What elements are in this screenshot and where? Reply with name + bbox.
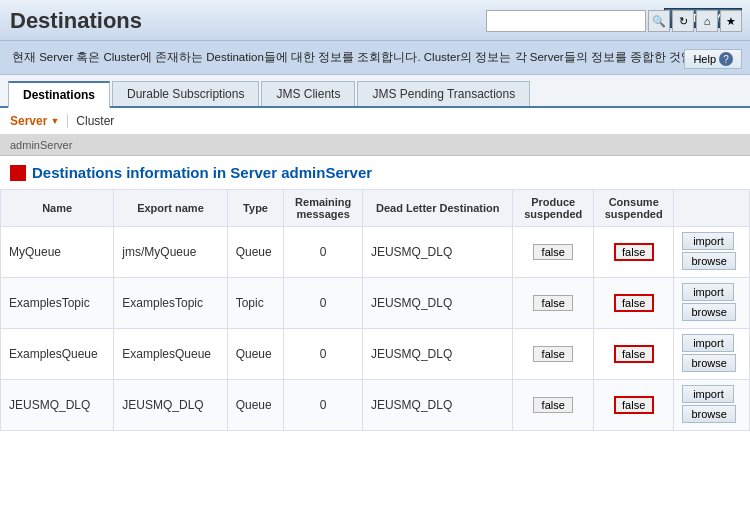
col-remaining: Remainingmessages (284, 190, 362, 227)
tab-durable-subscriptions[interactable]: Durable Subscriptions (112, 81, 259, 106)
col-name: Name (1, 190, 114, 227)
cell-actions: import browse (674, 380, 750, 431)
table-row: ExamplesQueue ExamplesQueue Queue 0 JEUS… (1, 329, 750, 380)
search-input[interactable] (486, 10, 646, 32)
bookmark-button[interactable]: ★ (720, 10, 742, 32)
cell-export-name: ExamplesTopic (114, 278, 227, 329)
cell-actions: import browse (674, 227, 750, 278)
col-produce-suspended: Producesuspended (513, 190, 593, 227)
col-actions (674, 190, 750, 227)
cell-consume-suspended: false (593, 227, 673, 278)
cell-actions: import browse (674, 278, 750, 329)
cell-type: Topic (227, 278, 284, 329)
produce-suspended-btn[interactable]: false (533, 295, 573, 311)
cell-dead-letter: JEUSMQ_DLQ (362, 329, 513, 380)
help-icon: ? (719, 52, 733, 66)
cell-dead-letter: JEUSMQ_DLQ (362, 278, 513, 329)
produce-suspended-btn[interactable]: false (533, 397, 573, 413)
search-button[interactable]: 🔍 (648, 10, 670, 32)
tab-jms-pending-transactions[interactable]: JMS Pending Transactions (357, 81, 530, 106)
cell-type: Queue (227, 380, 284, 431)
server-dropdown[interactable]: Server ▼ (10, 114, 59, 128)
cell-actions: import browse (674, 329, 750, 380)
cell-remaining: 0 (284, 329, 362, 380)
cell-export-name: jms/MyQueue (114, 227, 227, 278)
server-dropdown-arrow: ▼ (50, 116, 59, 126)
page-header: Destinations HISTORY 🔍 ↻ ⌂ ★ (0, 0, 750, 41)
import-button[interactable]: import (682, 385, 734, 403)
consume-suspended-btn[interactable]: false (614, 243, 654, 261)
consume-suspended-btn[interactable]: false (614, 345, 654, 363)
cell-name: JEUSMQ_DLQ (1, 380, 114, 431)
cell-export-name: ExamplesQueue (114, 329, 227, 380)
browse-button[interactable]: browse (682, 303, 735, 321)
info-text: 현재 Server 혹은 Cluster에 존재하는 Destination들에… (12, 51, 720, 63)
search-area: 🔍 ↻ ⌂ ★ (486, 10, 742, 32)
server-label: Server (10, 114, 47, 128)
cell-name: MyQueue (1, 227, 114, 278)
cluster-label: Cluster (67, 114, 114, 128)
cell-name: ExamplesTopic (1, 278, 114, 329)
cell-consume-suspended: false (593, 329, 673, 380)
produce-suspended-btn[interactable]: false (533, 244, 573, 260)
section-group-header: adminServer (0, 135, 750, 156)
tabs-bar: Destinations Durable Subscriptions JMS C… (0, 75, 750, 108)
table-row: JEUSMQ_DLQ JEUSMQ_DLQ Queue 0 JEUSMQ_DLQ… (1, 380, 750, 431)
cell-type: Queue (227, 227, 284, 278)
browse-button[interactable]: browse (682, 405, 735, 423)
import-button[interactable]: import (682, 283, 734, 301)
tab-jms-clients[interactable]: JMS Clients (261, 81, 355, 106)
import-button[interactable]: import (682, 232, 734, 250)
help-label: Help (693, 53, 716, 65)
cell-remaining: 0 (284, 380, 362, 431)
help-button[interactable]: Help ? (684, 49, 742, 69)
consume-suspended-btn[interactable]: false (614, 396, 654, 414)
browse-button[interactable]: browse (682, 252, 735, 270)
cell-export-name: JEUSMQ_DLQ (114, 380, 227, 431)
refresh-button[interactable]: ↻ (672, 10, 694, 32)
group-label: adminServer (10, 139, 72, 151)
produce-suspended-btn[interactable]: false (533, 346, 573, 362)
home-button[interactable]: ⌂ (696, 10, 718, 32)
cell-produce-suspended: false (513, 329, 593, 380)
cell-remaining: 0 (284, 278, 362, 329)
col-dead-letter: Dead Letter Destination (362, 190, 513, 227)
section-title-row: Destinations information in Server admin… (0, 156, 750, 185)
tab-destinations[interactable]: Destinations (8, 81, 110, 108)
import-button[interactable]: import (682, 334, 734, 352)
section-icon (10, 165, 26, 181)
consume-suspended-btn[interactable]: false (614, 294, 654, 312)
col-export-name: Export name (114, 190, 227, 227)
cell-remaining: 0 (284, 227, 362, 278)
cell-dead-letter: JEUSMQ_DLQ (362, 227, 513, 278)
cell-dead-letter: JEUSMQ_DLQ (362, 380, 513, 431)
cell-produce-suspended: false (513, 227, 593, 278)
col-consume-suspended: Consumesuspended (593, 190, 673, 227)
table-row: ExamplesTopic ExamplesTopic Topic 0 JEUS… (1, 278, 750, 329)
cell-consume-suspended: false (593, 380, 673, 431)
info-banner: 현재 Server 혹은 Cluster에 존재하는 Destination들에… (0, 41, 750, 75)
filter-bar: Server ▼ Cluster (0, 108, 750, 135)
destinations-table: Name Export name Type Remainingmessages … (0, 189, 750, 431)
cell-produce-suspended: false (513, 278, 593, 329)
browse-button[interactable]: browse (682, 354, 735, 372)
cell-name: ExamplesQueue (1, 329, 114, 380)
cell-produce-suspended: false (513, 380, 593, 431)
section-title-text: Destinations information in Server admin… (32, 164, 372, 181)
cell-type: Queue (227, 329, 284, 380)
col-type: Type (227, 190, 284, 227)
cell-consume-suspended: false (593, 278, 673, 329)
table-row: MyQueue jms/MyQueue Queue 0 JEUSMQ_DLQ f… (1, 227, 750, 278)
